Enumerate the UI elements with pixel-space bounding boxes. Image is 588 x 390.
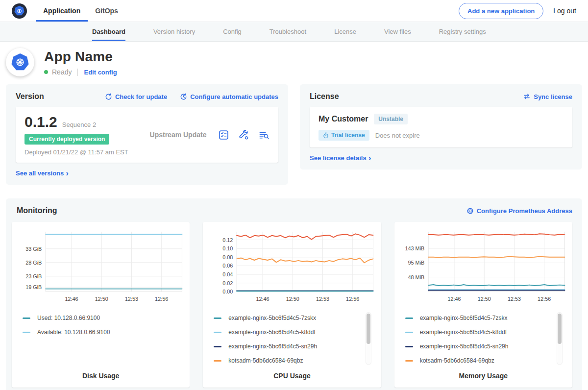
legend-item[interactable]: kotsadm-5db6dc6584-69qbz — [405, 354, 568, 368]
preflight-checks-icon[interactable] — [218, 129, 229, 141]
legend-item[interactable]: Used: 10.128.0.66:9100 — [23, 311, 186, 325]
tab-troubleshoot[interactable]: Troubleshoot — [270, 22, 306, 41]
legend-scrollbar-thumb[interactable] — [367, 314, 370, 344]
svg-text:0.00: 0.00 — [223, 289, 233, 294]
disk-usage-panel: 19 GiB23 GiB28 GiB33 GiB12:4612:5012:531… — [12, 222, 190, 388]
legend-item[interactable]: example-nginx-5bc6f5d4c5-sn29h — [405, 340, 568, 354]
configure-automatic-updates-label: Configure automatic updates — [190, 93, 278, 100]
tab-license[interactable]: License — [334, 22, 356, 41]
svg-text:0.12: 0.12 — [223, 237, 233, 243]
chevron-right-icon: › — [368, 156, 371, 161]
see-all-versions-label: See all versions — [16, 170, 64, 177]
legend-scrollbar-thumb[interactable] — [558, 314, 562, 344]
legend-item[interactable]: example-nginx-5bc6f5d4c5-k8ddf — [214, 325, 377, 340]
svg-text:12:56: 12:56 — [346, 296, 359, 302]
disk-usage-legend: Used: 10.128.0.66:9100Available: 10.128.… — [23, 311, 186, 340]
check-for-update-label: Check for update — [115, 93, 167, 100]
svg-text:0.02: 0.02 — [223, 280, 233, 286]
svg-text:12:53: 12:53 — [125, 296, 138, 302]
sync-license-link[interactable]: Sync license — [523, 93, 572, 100]
page-title: App Name — [44, 49, 117, 65]
legend-item[interactable]: kotsadm-5db6dc6584-69qbz — [214, 354, 377, 368]
topnav-item-gitops[interactable]: GitOps — [88, 0, 125, 22]
top-nav: Application GitOps Add a new application… — [0, 0, 588, 22]
tab-version-history[interactable]: Version history — [153, 22, 195, 41]
legend-label: example-nginx-5bc6f5d4c5-k8ddf — [228, 329, 315, 336]
version-card: Version Check for update — [6, 84, 288, 185]
see-all-versions-link[interactable]: See all versions › — [16, 170, 278, 177]
disk-usage-chart[interactable]: 19 GiB23 GiB28 GiB33 GiB12:4612:5012:531… — [16, 228, 186, 305]
cpu-usage-chart[interactable]: 0.000.020.040.060.080.100.1212:4612:5012… — [207, 228, 377, 305]
legend-swatch — [214, 360, 221, 362]
deployed-version-badge: Currently deployed version — [24, 134, 109, 145]
sync-license-label: Sync license — [534, 93, 572, 100]
see-license-details-link[interactable]: See license details › — [310, 154, 572, 162]
disk-usage-title: Disk Usage — [16, 372, 186, 380]
legend-label: Available: 10.128.0.66:9100 — [37, 329, 110, 336]
configure-prometheus-label: Configure Prometheus Address — [477, 207, 572, 215]
check-for-update-link[interactable]: Check for update — [105, 93, 167, 100]
deployed-timestamp: Deployed 01/21/22 @ 11:57 am EST — [24, 148, 138, 156]
tab-registry-settings[interactable]: Registry settings — [439, 22, 486, 41]
legend-scrollbar[interactable] — [557, 312, 563, 365]
legend-item[interactable]: example-nginx-5bc6f5d4c5-k8ddf — [405, 325, 568, 340]
app-subnav: Dashboard Version history Config Trouble… — [0, 22, 588, 42]
svg-text:143 MiB: 143 MiB — [405, 245, 424, 251]
legend-swatch — [405, 360, 413, 362]
memory-usage-title: Memory Usage — [398, 372, 568, 380]
memory-usage-chart[interactable]: 48 MiB95 MiB143 MiB12:4612:5012:5312:56 — [398, 228, 568, 305]
legend-label: example-nginx-5bc6f5d4c5-sn29h — [420, 343, 509, 350]
legend-swatch — [405, 332, 413, 333]
edit-config-link[interactable]: Edit config — [84, 69, 117, 76]
license-card: License Sync license My Customer Unstabl… — [300, 84, 582, 170]
memory-usage-panel: 48 MiB95 MiB143 MiB12:4612:5012:5312:56 … — [394, 222, 572, 388]
customer-name: My Customer — [318, 115, 368, 123]
sequence-label: Sequence 2 — [62, 121, 96, 128]
status-dot — [44, 70, 48, 74]
tab-config[interactable]: Config — [223, 22, 242, 41]
version-card-title: Version — [16, 92, 44, 101]
tab-dashboard[interactable]: Dashboard — [92, 22, 125, 41]
svg-text:12:53: 12:53 — [316, 296, 329, 302]
release-type-label: Upstream Update — [138, 131, 218, 139]
topnav-item-application[interactable]: Application — [36, 0, 88, 22]
svg-text:0.04: 0.04 — [223, 271, 233, 277]
svg-text:12:56: 12:56 — [155, 296, 168, 302]
configure-prometheus-link[interactable]: Configure Prometheus Address — [466, 207, 572, 215]
tab-view-files[interactable]: View files — [384, 22, 411, 41]
status-text: Ready — [52, 68, 72, 76]
view-diff-icon[interactable] — [258, 129, 270, 141]
legend-scrollbar[interactable] — [366, 312, 371, 365]
add-new-application-button[interactable]: Add a new application — [459, 3, 543, 19]
app-header: App Name Ready Edit config — [0, 42, 588, 84]
refresh-icon — [105, 93, 112, 100]
legend-swatch — [214, 332, 221, 333]
legend-item[interactable]: example-nginx-5bc6f5d4c5-7zskx — [214, 311, 377, 325]
cpu-usage-panel: 0.000.020.040.060.080.100.1212:4612:5012… — [203, 222, 381, 388]
app-kubernetes-icon — [6, 48, 34, 76]
legend-swatch — [405, 317, 413, 319]
svg-text:12:46: 12:46 — [256, 296, 270, 302]
legend-swatch — [23, 332, 30, 333]
svg-text:12:50: 12:50 — [477, 296, 490, 302]
legend-item[interactable]: Available: 10.128.0.66:9100 — [23, 325, 186, 340]
legend-item[interactable]: example-nginx-5bc6f5d4c5-sn29h — [214, 340, 377, 354]
svg-text:0.08: 0.08 — [223, 254, 233, 260]
svg-text:95 MiB: 95 MiB — [408, 260, 424, 266]
legend-item[interactable]: example-nginx-5bc6f5d4c5-7zskx — [405, 311, 568, 325]
clock-refresh-icon — [180, 93, 187, 100]
kubernetes-logo-icon — [12, 3, 27, 19]
swap-arrows-icon — [523, 93, 531, 100]
configure-automatic-updates-link[interactable]: Configure automatic updates — [180, 93, 278, 100]
license-card-title: License — [310, 92, 339, 101]
logout-button[interactable]: Log out — [553, 7, 576, 15]
monitoring-title: Monitoring — [17, 206, 57, 215]
topnav-items: Application GitOps — [36, 0, 125, 22]
svg-text:0.06: 0.06 — [223, 263, 233, 268]
stopwatch-icon — [323, 132, 329, 139]
cpu-usage-title: CPU Usage — [207, 372, 377, 380]
svg-text:12:46: 12:46 — [447, 296, 461, 302]
legend-swatch — [214, 317, 221, 319]
monitoring-card: Monitoring Configure Prometheus Address … — [6, 198, 582, 390]
config-wrench-icon[interactable] — [238, 129, 249, 141]
